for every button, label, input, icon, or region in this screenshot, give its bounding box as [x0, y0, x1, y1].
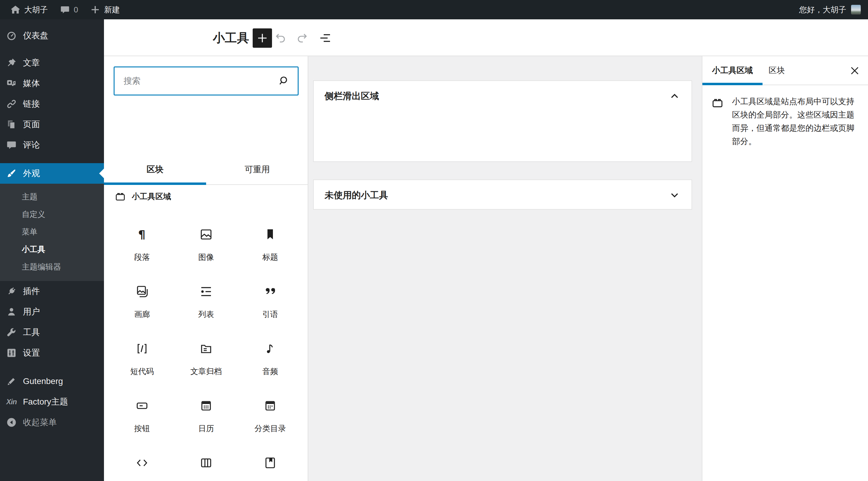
- block-type-shortcode[interactable]: 短代码: [110, 342, 174, 398]
- submenu-item-widgets[interactable]: 小工具: [0, 241, 104, 258]
- panel-header[interactable]: 侧栏滑出区域: [314, 81, 691, 111]
- wordpress-widgets-editor: 大胡子 0 新建 您好，大胡子 仪表盘 文章: [0, 0, 868, 481]
- archive-folder-icon: [199, 342, 213, 356]
- sidebar-item-media[interactable]: 媒体: [0, 73, 104, 94]
- sidebar-item-plugins[interactable]: 插件: [0, 281, 104, 301]
- collapse-arrow-icon: [6, 417, 17, 428]
- settings-sidebar: 小工具区域 区块 小工具区域是站点布局中可以支持区块的全局部分。这些区域因主题而…: [702, 56, 868, 481]
- sidebar-item-label: 外观: [23, 168, 40, 179]
- sidebar-item-factory-theme[interactable]: Xin Factory主题: [0, 391, 104, 412]
- list-icon: [199, 284, 213, 299]
- sidebar-item-appearance[interactable]: 外观: [0, 163, 104, 184]
- site-menu-item[interactable]: 大胡子: [6, 0, 52, 19]
- widget-area-panel-inactive-widgets: 未使用的小工具: [313, 180, 692, 210]
- block-type-image[interactable]: 图像: [174, 227, 238, 284]
- block-type-cover[interactable]: 封面: [238, 456, 302, 481]
- collapse-menu-label: 收起菜单: [23, 417, 57, 428]
- admin-top-bar: 大胡子 0 新建 您好，大胡子: [0, 0, 868, 19]
- bookmark-icon: [263, 227, 277, 242]
- toggle-block-inserter-button[interactable]: [253, 28, 272, 48]
- calendar-icon: [199, 398, 213, 413]
- tab-blocks[interactable]: 区块: [104, 155, 206, 184]
- block-type-heading[interactable]: 标题: [238, 227, 302, 284]
- pages-icon: [6, 119, 17, 130]
- chevron-down-icon[interactable]: [667, 188, 682, 202]
- block-type-columns[interactable]: 栏目: [174, 456, 238, 481]
- close-icon[interactable]: [847, 63, 862, 78]
- widget-area-section-header: 小工具区域: [114, 190, 171, 202]
- widget-area-panel-sidebar-slideout: 侧栏滑出区域: [313, 81, 692, 162]
- user-greeting[interactable]: 您好，大胡子: [799, 4, 846, 15]
- pencil-icon: [6, 376, 17, 387]
- collapse-menu-button[interactable]: 收起菜单: [0, 412, 104, 432]
- comment-icon: [6, 139, 17, 151]
- block-label: 按钮: [134, 423, 150, 434]
- submenu-item-menus[interactable]: 菜单: [0, 223, 104, 241]
- sidebar-item-links[interactable]: 链接: [0, 94, 104, 114]
- block-type-quote[interactable]: 引语: [238, 284, 302, 342]
- sidebar-item-label: 工具: [23, 327, 40, 338]
- block-type-button[interactable]: 按钮: [110, 398, 174, 456]
- admin-menu: 仪表盘 文章 媒体 链接 页面 评论 外观 主题: [0, 19, 104, 481]
- sidebar-item-label: 媒体: [23, 78, 40, 89]
- redo-button[interactable]: [295, 31, 309, 45]
- tab-widget-area[interactable]: 小工具区域: [702, 56, 763, 85]
- panel-title: 侧栏滑出区域: [324, 90, 379, 102]
- block-type-paragraph[interactable]: ¶ 段落: [110, 227, 174, 284]
- dashboard-icon: [6, 30, 17, 41]
- block-type-archives[interactable]: 文章归档: [174, 342, 238, 398]
- sidebar-item-gutenberg[interactable]: Gutenberg: [0, 371, 104, 391]
- search-box: [114, 66, 299, 95]
- sidebar-item-users[interactable]: 用户: [0, 301, 104, 322]
- gallery-icon: [135, 284, 149, 299]
- block-type-gallery[interactable]: 画廊: [110, 284, 174, 342]
- button-icon: [135, 398, 149, 413]
- tab-block[interactable]: 区块: [763, 56, 791, 85]
- search-input[interactable]: [115, 76, 276, 86]
- tab-reusable[interactable]: 可重用: [206, 155, 308, 184]
- submenu-item-themes[interactable]: 主题: [0, 188, 104, 205]
- block-type-list[interactable]: 列表: [174, 284, 238, 342]
- block-type-calendar[interactable]: 日历: [174, 398, 238, 456]
- undo-button[interactable]: [273, 31, 288, 45]
- block-label: 画廊: [134, 309, 150, 320]
- list-view-button[interactable]: [318, 31, 333, 45]
- block-type-audio[interactable]: 音频: [238, 342, 302, 398]
- sidebar-item-dashboard[interactable]: 仪表盘: [0, 25, 104, 46]
- sidebar-item-comments[interactable]: 评论: [0, 135, 104, 155]
- media-icon: [6, 78, 17, 89]
- panel-title: 未使用的小工具: [324, 189, 388, 201]
- avatar[interactable]: [851, 5, 861, 14]
- widget-area-description: 小工具区域是站点布局中可以支持区块的全局部分。这些区域因主题而异，但通常都是您的…: [732, 95, 860, 148]
- block-label: 音频: [262, 366, 278, 377]
- new-label: 新建: [104, 4, 120, 15]
- sidebar-item-tools[interactable]: 工具: [0, 322, 104, 343]
- block-inserter-panel: 区块 可重用 小工具区域 ¶ 段落 图像 标题 画廊: [104, 56, 308, 481]
- menu-separator: [0, 155, 104, 163]
- sidebar-item-posts[interactable]: 文章: [0, 53, 104, 73]
- submenu-item-customize[interactable]: 自定义: [0, 205, 104, 223]
- panel-header[interactable]: 未使用的小工具: [314, 180, 691, 210]
- block-label: 引语: [262, 309, 278, 320]
- comments-menu-item[interactable]: 0: [56, 0, 82, 19]
- menu-separator: [0, 46, 104, 53]
- active-menu-arrow: [94, 169, 104, 178]
- code-brackets-icon: [135, 456, 149, 470]
- block-type-code[interactable]: 代码: [110, 456, 174, 481]
- plus-icon: [90, 4, 100, 15]
- sidebar-item-pages[interactable]: 页面: [0, 114, 104, 135]
- block-label: 文章归档: [190, 366, 222, 377]
- plugin-icon: [6, 286, 17, 297]
- new-content-menu-item[interactable]: 新建: [86, 0, 124, 19]
- submenu-item-theme-editor[interactable]: 主题编辑器: [0, 258, 104, 276]
- chevron-up-icon[interactable]: [667, 89, 682, 103]
- pushpin-icon: [6, 57, 17, 68]
- sidebar-item-label: 用户: [23, 306, 40, 318]
- section-title: 小工具区域: [132, 191, 171, 202]
- appearance-submenu: 主题 自定义 菜单 小工具 主题编辑器: [0, 184, 104, 281]
- sidebar-item-label: 文章: [23, 57, 40, 69]
- wrench-icon: [6, 327, 17, 338]
- block-type-categories[interactable]: 分类目录: [238, 398, 302, 456]
- sidebar-item-settings[interactable]: 设置: [0, 343, 104, 363]
- image-icon: [199, 227, 213, 242]
